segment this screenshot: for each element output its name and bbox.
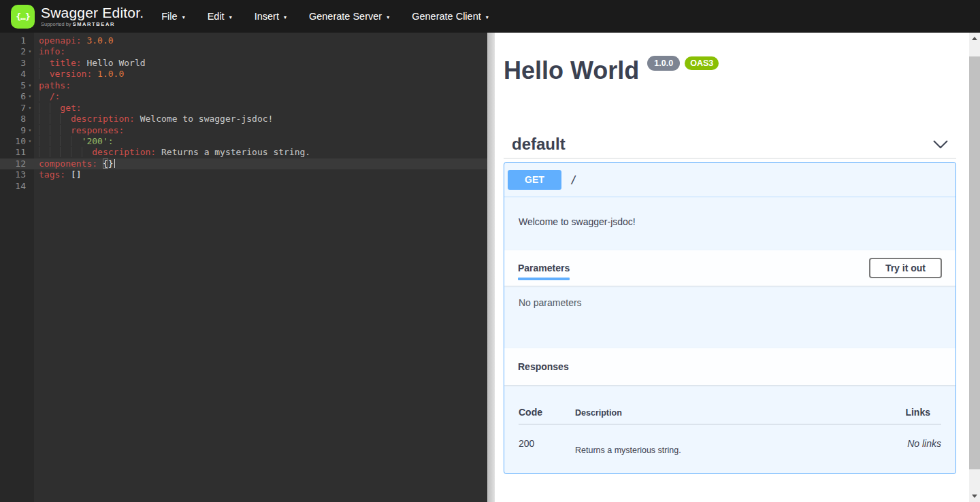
- operation-description: Welcome to swagger-jsdoc!: [504, 197, 956, 250]
- code-text: openapi: 3.0.0: [34, 35, 114, 46]
- line-number: 14: [0, 181, 26, 192]
- menu-generate-client[interactable]: Generate Client▾: [412, 11, 489, 22]
- line-number: 11: [0, 147, 26, 158]
- brand-link[interactable]: {…} Swagger Editor. Supported bySMARTBEA…: [11, 5, 144, 29]
- code-text: tags: []: [34, 169, 82, 180]
- response-description: Returns a mysterious string.: [575, 438, 907, 455]
- response-links: No links: [907, 438, 941, 449]
- code-text: /:: [34, 91, 60, 102]
- operation-path: /: [570, 173, 577, 186]
- tag-section-header[interactable]: default: [504, 131, 956, 158]
- code-text: description: Welcome to swagger-jsdoc!: [34, 114, 273, 124]
- code-line-8[interactable]: 8 description: Welcome to swagger-jsdoc!: [0, 114, 487, 124]
- menu-label: File: [161, 11, 177, 22]
- scroll-down-button[interactable]: [969, 490, 980, 502]
- api-info: Hello World 1.0.0 OAS3: [504, 58, 719, 84]
- pane-splitter[interactable]: [487, 33, 495, 502]
- caret-down-icon: ▾: [229, 13, 232, 20]
- responses-table-header-row: Code Description Links: [519, 407, 941, 418]
- code-text: [34, 181, 39, 192]
- code-text: info:: [34, 46, 65, 57]
- line-number: 12: [0, 158, 26, 169]
- fold-toggle-icon[interactable]: ▾: [26, 46, 34, 57]
- parameters-body: No parameters: [504, 286, 956, 348]
- code-text: title: Hello World: [34, 58, 146, 69]
- arrow-up-icon: [972, 37, 977, 40]
- code-line-14[interactable]: 14: [0, 181, 487, 192]
- fold-toggle-icon[interactable]: ▾: [26, 136, 34, 147]
- code-line-2[interactable]: 2▾info:: [0, 46, 487, 57]
- topbar: {…} Swagger Editor. Supported bySMARTBEA…: [0, 0, 980, 33]
- try-it-out-button[interactable]: Try it out: [869, 258, 942, 278]
- operation-block-get: GET / Welcome to swagger-jsdoc! Paramete…: [504, 162, 956, 474]
- supported-by-label: Supported by: [41, 21, 71, 27]
- caret-down-icon: ▾: [486, 13, 489, 20]
- oas3-badge: OAS3: [685, 56, 719, 70]
- swagger-logo-icon: {…}: [11, 5, 35, 29]
- code-line-10[interactable]: 10▾ '200':: [0, 136, 487, 147]
- menu-file[interactable]: File▾: [161, 11, 184, 22]
- col-header-links: Links: [905, 407, 941, 418]
- menu-edit[interactable]: Edit▾: [208, 11, 232, 22]
- chevron-down-icon[interactable]: [933, 140, 948, 148]
- yaml-code-editor[interactable]: 1openapi: 3.0.02▾info:3 title: Hello Wor…: [0, 33, 487, 502]
- caret-down-icon: ▾: [284, 13, 287, 20]
- line-number: 7: [0, 103, 26, 114]
- method-badge: GET: [508, 170, 561, 190]
- line-number: 4: [0, 69, 26, 80]
- code-line-7[interactable]: 7▾ get:: [0, 103, 487, 114]
- responses-table: Code Description Links 200 Returns a mys…: [504, 385, 956, 455]
- smartbear-label: SMARTBEAR: [73, 21, 115, 27]
- line-number: 8: [0, 114, 26, 124]
- swagger-ui-preview: Hello World 1.0.0 OAS3 default GET / Wel…: [495, 33, 969, 502]
- menu-label: Generate Client: [412, 11, 481, 22]
- scrollbar-thumb[interactable]: [969, 56, 980, 469]
- fold-toggle-icon[interactable]: ▾: [26, 103, 34, 114]
- line-number: 2: [0, 46, 26, 57]
- code-text: description: Returns a mysterious string…: [34, 147, 310, 158]
- operation-summary[interactable]: GET /: [504, 163, 956, 197]
- responses-title: Responses: [518, 361, 569, 372]
- menu-insert[interactable]: Insert▾: [255, 11, 287, 22]
- code-line-13[interactable]: 13tags: []: [0, 169, 487, 180]
- code-text: '200':: [34, 136, 114, 147]
- tab-parameters[interactable]: Parameters: [518, 263, 570, 273]
- code-line-11[interactable]: 11 description: Returns a mysterious str…: [0, 147, 487, 158]
- caret-down-icon: ▾: [387, 13, 389, 20]
- fold-toggle-icon[interactable]: ▾: [26, 80, 34, 91]
- tag-name: default: [512, 135, 566, 154]
- menu-label: Edit: [208, 11, 225, 22]
- responses-header: Responses: [504, 348, 956, 385]
- brand-subtitle: Supported bySMARTBEAR: [41, 21, 144, 27]
- code-line-6[interactable]: 6▾ /:: [0, 91, 487, 102]
- menu-label: Generate Server: [309, 11, 382, 22]
- code-text: paths:: [34, 80, 71, 91]
- line-number: 13: [0, 169, 26, 180]
- parameters-header: Parameters Try it out: [504, 250, 956, 286]
- code-line-1[interactable]: 1openapi: 3.0.0: [0, 35, 487, 46]
- brand-text: Swagger Editor. Supported bySMARTBEAR: [41, 5, 144, 27]
- code-line-4[interactable]: 4 version: 1.0.0: [0, 69, 487, 80]
- code-lines: 1openapi: 3.0.02▾info:3 title: Hello Wor…: [0, 35, 487, 192]
- code-line-9[interactable]: 9▾ responses:: [0, 125, 487, 136]
- code-text: get:: [34, 103, 82, 114]
- line-number: 9: [0, 125, 26, 136]
- line-number: 5: [0, 80, 26, 91]
- menu-generate-server[interactable]: Generate Server▾: [309, 11, 389, 22]
- scroll-up-button[interactable]: [969, 33, 980, 44]
- menu-label: Insert: [255, 11, 279, 22]
- arrow-down-icon: [972, 495, 977, 498]
- code-text: components: {}: [34, 158, 115, 169]
- no-parameters-label: No parameters: [519, 297, 582, 308]
- version-badge: 1.0.0: [647, 56, 680, 71]
- fold-toggle-icon[interactable]: ▾: [26, 125, 34, 136]
- api-title: Hello World: [504, 58, 639, 84]
- col-header-code: Code: [519, 407, 575, 418]
- code-line-12[interactable]: 12components: {}: [0, 158, 487, 169]
- vertical-scrollbar[interactable]: [969, 33, 980, 502]
- col-header-description: Description: [575, 408, 905, 418]
- code-line-3[interactable]: 3 title: Hello World: [0, 58, 487, 69]
- code-line-5[interactable]: 5▾paths:: [0, 80, 487, 91]
- line-number: 6: [0, 91, 26, 102]
- fold-toggle-icon[interactable]: ▾: [26, 91, 34, 102]
